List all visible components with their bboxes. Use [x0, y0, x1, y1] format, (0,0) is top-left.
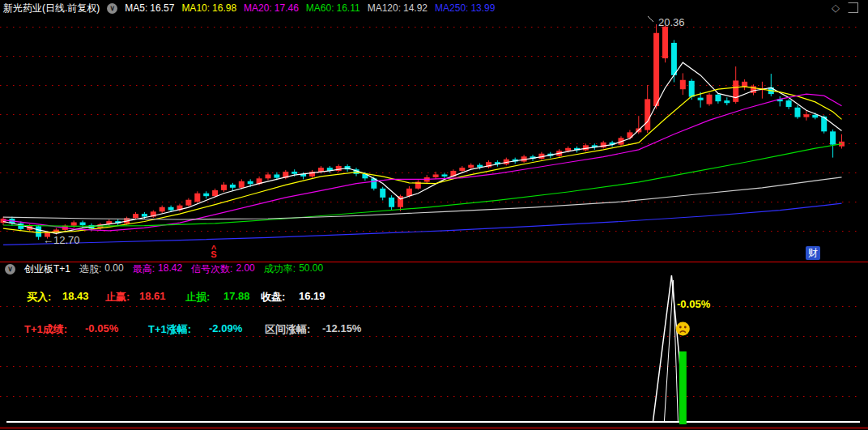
sell-signal-marker: ^ S [208, 246, 219, 258]
titlebar-icons: ◇ [832, 2, 858, 14]
finance-info-badge[interactable]: 财 [806, 246, 820, 260]
buy-value: 18.43 [62, 290, 89, 302]
range-change-value: -12.15% [322, 322, 361, 334]
chevron-down-icon[interactable]: ∨ [5, 264, 15, 275]
ma250-legend: MA250:13.99 [435, 2, 495, 14]
diamond-icon[interactable]: ◇ [832, 2, 840, 14]
stat-zuigao: 最高:18.42 [133, 262, 182, 276]
chevron-down-icon[interactable]: ∨ [107, 3, 117, 14]
ma5-legend: MA5:16.57 [125, 2, 174, 14]
takeprofit-label: 止赢: [105, 290, 130, 304]
indicator-row-performance: T+1成绩: -0.05% T+1涨幅: -2.09% 区间涨幅: -12.15… [0, 322, 453, 335]
t1-score-value: -0.05% [85, 322, 118, 334]
indicator-title: 创业板T+1 [24, 262, 70, 276]
t1-change-value: -2.09% [209, 322, 242, 334]
close-value: 16.19 [299, 290, 326, 302]
chart-header: 新光药业(日线.前复权) ∨ MA5:16.57 MA10:16.98 MA20… [3, 2, 495, 15]
stat-chenggong: 成功率:50.00 [264, 262, 323, 276]
gridlines [0, 28, 860, 397]
stoploss-value: 17.88 [223, 290, 250, 302]
ma120-legend: MA120:14.92 [368, 2, 428, 14]
range-change-label: 区间涨幅: [265, 322, 310, 337]
candlestick-chart-canvas[interactable] [0, 0, 868, 430]
stat-xuangu: 选股:0.00 [79, 262, 124, 276]
stock-title: 新光药业(日线.前复权) [3, 2, 100, 15]
high-price-annotation: 20.36 [658, 16, 685, 28]
high-annotation-leader [648, 16, 653, 22]
indicator-row-prices: 买入: 18.43 止赢: 18.61 止损: 17.88 收盘: 16.19 [0, 290, 453, 303]
close-label: 收盘: [261, 290, 285, 304]
stat-xinhao: 信号次数:2.00 [191, 262, 255, 276]
buy-label: 买入: [27, 290, 51, 304]
stoploss-label: 止损: [185, 290, 210, 304]
ma20-legend: MA20:17.46 [244, 2, 299, 14]
expand-window-icon[interactable] [848, 2, 858, 13]
ma-lines [3, 62, 842, 245]
t1-change-label: T+1涨幅: [148, 322, 191, 337]
left-arrow-icon: ← [43, 234, 53, 246]
indicator-header: ∨ 创业板T+1 选股:0.00 最高:18.42 信号次数:2.00 成功率:… [5, 263, 323, 275]
sad-face-icon [676, 322, 690, 336]
takeprofit-value: 18.61 [139, 290, 166, 302]
stock-chart-window: 新光药业(日线.前复权) ∨ MA5:16.57 MA10:16.98 MA20… [0, 0, 868, 430]
spike-percent-label: -0.05% [677, 298, 710, 310]
ma60-legend: MA60:16.11 [306, 2, 360, 14]
low-price-annotation: ←12.70 [43, 234, 80, 246]
t1-score-label: T+1成绩: [24, 322, 67, 337]
ma10-legend: MA10:16.98 [181, 2, 236, 14]
